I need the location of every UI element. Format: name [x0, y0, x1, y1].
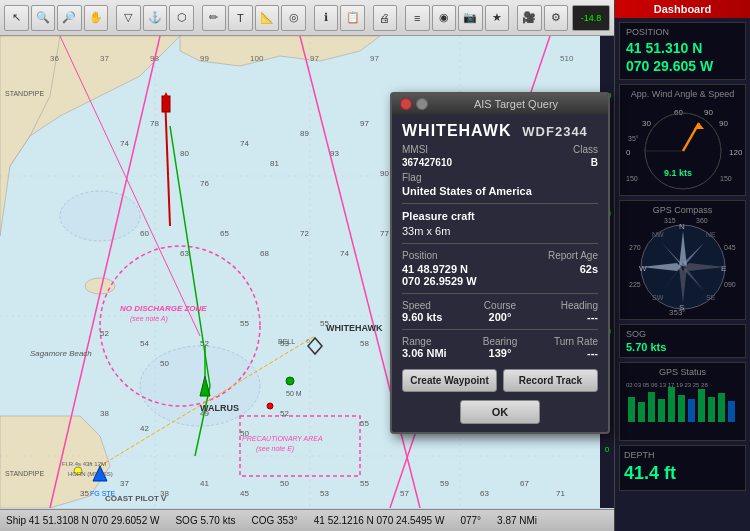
- svg-text:42: 42: [140, 424, 149, 433]
- svg-rect-164: [658, 399, 665, 422]
- layers-tool[interactable]: ≡: [405, 5, 430, 31]
- svg-text:(see note A): (see note A): [130, 315, 168, 323]
- svg-text:W: W: [639, 264, 647, 273]
- create-waypoint-button[interactable]: Create Waypoint: [402, 369, 497, 392]
- svg-text:90: 90: [719, 119, 728, 128]
- svg-rect-166: [678, 395, 685, 422]
- svg-text:N: N: [679, 222, 685, 231]
- svg-text:55: 55: [360, 479, 369, 488]
- record-track-button[interactable]: Record Track: [503, 369, 598, 392]
- svg-text:72: 72: [300, 229, 309, 238]
- position-panel-label: Position: [626, 27, 739, 37]
- sog-cog-panel: SOG 5.70 kts: [619, 324, 746, 358]
- status-distance: 3.87 NMi: [497, 515, 537, 526]
- info-tool[interactable]: ℹ: [314, 5, 339, 31]
- svg-text:37: 37: [120, 479, 129, 488]
- wind-gauge-display: 0 30 60 90 90 120 9.1 kts 150 150 35°: [624, 101, 742, 191]
- svg-text:353°: 353°: [669, 308, 686, 315]
- svg-text:74: 74: [240, 139, 249, 148]
- class-label: Class: [573, 144, 598, 155]
- status-mid-pos: 41 52.1216 N 070 24.5495 W: [314, 515, 445, 526]
- config-tool[interactable]: ⚙: [544, 5, 569, 31]
- gps-status-title: GPS Status: [624, 367, 741, 377]
- measure-tool[interactable]: 📐: [255, 5, 280, 31]
- svg-text:045: 045: [724, 244, 736, 251]
- ais-dialog-title: AIS Target Query: [432, 98, 600, 110]
- ok-button-row: OK: [392, 400, 608, 432]
- print-tool[interactable]: 🖨: [373, 5, 398, 31]
- svg-rect-168: [698, 389, 705, 422]
- svg-text:WHITEHAWK: WHITEHAWK: [326, 323, 383, 333]
- pan-tool[interactable]: ✋: [84, 5, 109, 31]
- ais-minimize-button[interactable]: [416, 98, 428, 110]
- gps-tool[interactable]: ★: [485, 5, 510, 31]
- ais-titlebar: AIS Target Query: [392, 94, 608, 114]
- svg-text:270: 270: [629, 244, 641, 251]
- ok-button[interactable]: OK: [460, 400, 540, 424]
- svg-text:36: 36: [50, 54, 59, 63]
- ais-tool[interactable]: ◉: [432, 5, 457, 31]
- svg-text:NW: NW: [652, 231, 664, 238]
- svg-text:53: 53: [320, 489, 329, 498]
- svg-text:52: 52: [280, 409, 289, 418]
- filter-tool[interactable]: ▽: [116, 5, 141, 31]
- svg-text:55: 55: [360, 419, 369, 428]
- depth-label: Depth: [624, 450, 741, 460]
- pencil-tool[interactable]: ✏: [202, 5, 227, 31]
- zoom-out-tool[interactable]: 🔎: [57, 5, 82, 31]
- class-value: B: [591, 157, 598, 168]
- photo-tool[interactable]: 📷: [458, 5, 483, 31]
- compass-tool[interactable]: ◎: [281, 5, 306, 31]
- mark-tool[interactable]: ⬡: [169, 5, 194, 31]
- report-age-label: Report Age: [500, 250, 598, 261]
- chart-tool[interactable]: 📋: [340, 5, 365, 31]
- svg-text:77: 77: [380, 229, 389, 238]
- route-tool[interactable]: ⚓: [143, 5, 168, 31]
- svg-text:35: 35: [80, 489, 89, 498]
- svg-text:FG STE: FG STE: [90, 490, 116, 497]
- range-label: Range: [402, 336, 467, 347]
- svg-text:(see note E): (see note E): [256, 445, 294, 453]
- svg-rect-162: [638, 402, 645, 422]
- ais-close-button[interactable]: [400, 98, 412, 110]
- svg-text:090: 090: [724, 281, 736, 288]
- svg-text:78: 78: [150, 119, 159, 128]
- svg-text:Sagamore Beach: Sagamore Beach: [30, 349, 92, 358]
- svg-text:120: 120: [729, 148, 742, 157]
- heading-label: Heading: [533, 300, 598, 311]
- position-lat: 41 48.9729 N: [402, 263, 500, 275]
- svg-text:PRECAUTIONARY AREA: PRECAUTIONARY AREA: [242, 435, 323, 442]
- svg-text:225: 225: [629, 281, 641, 288]
- svg-text:60: 60: [140, 229, 149, 238]
- turn-rate-label: Turn Rate: [533, 336, 598, 347]
- svg-text:52: 52: [100, 329, 109, 338]
- svg-rect-167: [688, 399, 695, 422]
- svg-rect-163: [648, 392, 655, 422]
- svg-text:50: 50: [280, 479, 289, 488]
- depth-panel: Depth 41.4 ft: [619, 445, 746, 490]
- gps-compass-panel: GPS Compass N S W E NE NW SE SW: [619, 200, 746, 320]
- svg-text:37: 37: [100, 54, 109, 63]
- pointer-tool[interactable]: ↖: [4, 5, 29, 31]
- pos-lat: 41 51.310 N: [626, 39, 739, 57]
- dashboard-title: Dashboard: [615, 0, 750, 18]
- zoom-in-tool[interactable]: 🔍: [31, 5, 56, 31]
- heading-value: ---: [533, 311, 598, 323]
- wind-gauge-panel: App. Wind Angle & Speed 0 30 60 90 90 12…: [619, 84, 746, 196]
- text-tool[interactable]: T: [228, 5, 253, 31]
- svg-text:SE: SE: [706, 294, 716, 301]
- compass-display: N S W E NE NW SE SW 315 360: [624, 215, 742, 315]
- svg-text:BELL: BELL: [278, 338, 295, 345]
- svg-text:65: 65: [220, 229, 229, 238]
- svg-text:02 03 05 06 13 17 19 23 25 28: 02 03 05 06 13 17 19 23 25 28: [626, 382, 708, 388]
- svg-text:60: 60: [674, 108, 683, 117]
- svg-text:97: 97: [310, 54, 319, 63]
- bearing-label: Bearing: [467, 336, 532, 347]
- flag-label: Flag: [402, 172, 598, 183]
- camera2-tool[interactable]: 🎥: [517, 5, 542, 31]
- svg-text:80: 80: [180, 149, 189, 158]
- svg-text:57: 57: [400, 489, 409, 498]
- svg-rect-165: [668, 387, 675, 422]
- svg-text:76: 76: [200, 179, 209, 188]
- svg-text:150: 150: [720, 175, 732, 182]
